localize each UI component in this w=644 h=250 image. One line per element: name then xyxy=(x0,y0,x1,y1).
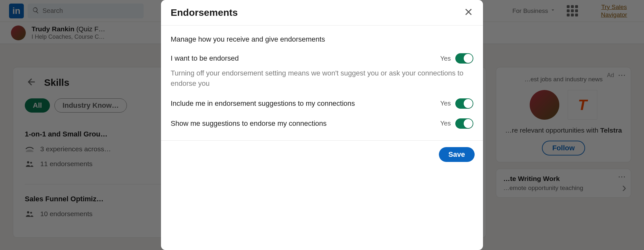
option-label: Include me in endorsement suggestions to… xyxy=(171,99,355,108)
toggle-show-suggestions[interactable] xyxy=(455,118,473,129)
option-include-suggestions: Include me in endorsement suggestions to… xyxy=(171,98,473,109)
toggle-include-suggestions[interactable] xyxy=(455,98,473,109)
modal-lead: Manage how you receive and give endorsem… xyxy=(171,35,473,44)
option-label: I want to be endorsed xyxy=(171,54,239,63)
save-button[interactable]: Save xyxy=(439,147,475,162)
toggle-state: Yes xyxy=(440,100,451,107)
toggle-endorsed[interactable] xyxy=(455,53,473,64)
option-endorsed: I want to be endorsed Yes Turning off yo… xyxy=(171,53,473,89)
option-description: Turning off your endorsement setting mea… xyxy=(171,68,473,89)
toggle-state: Yes xyxy=(440,55,451,62)
option-show-suggestions: Show me suggestions to endorse my connec… xyxy=(171,118,473,129)
modal-backdrop[interactable]: Endorsements Manage how you receive and … xyxy=(0,0,644,250)
modal-title: Endorsements xyxy=(171,7,238,18)
option-label: Show me suggestions to endorse my connec… xyxy=(171,119,327,128)
close-icon[interactable] xyxy=(464,7,473,18)
endorsements-modal: Endorsements Manage how you receive and … xyxy=(161,0,483,250)
toggle-state: Yes xyxy=(440,120,451,127)
